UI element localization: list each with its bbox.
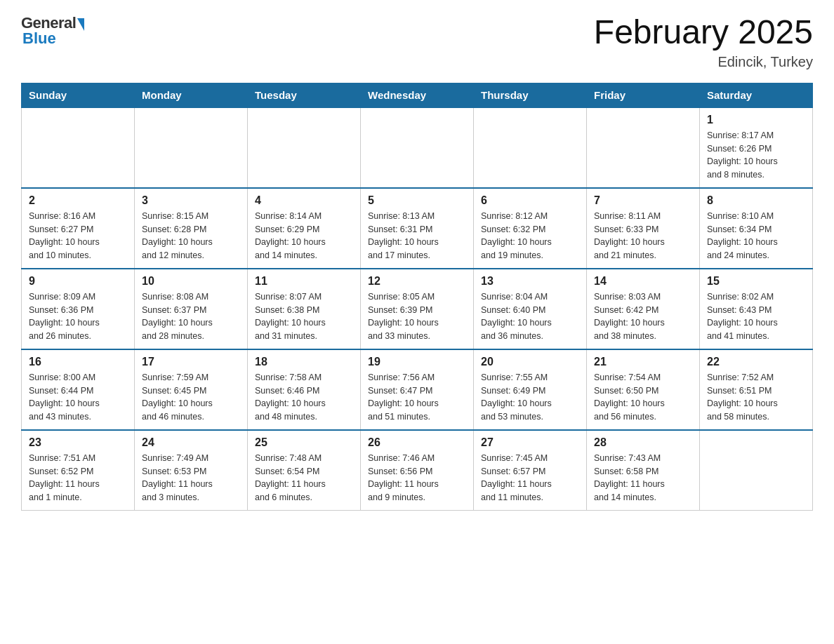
day-detail: Sunrise: 7:52 AM Sunset: 6:51 PM Dayligh… bbox=[707, 371, 805, 424]
weekday-header-thursday: Thursday bbox=[474, 83, 587, 107]
calendar-cell: 16Sunrise: 8:00 AM Sunset: 6:44 PM Dayli… bbox=[22, 349, 135, 430]
calendar-cell: 4Sunrise: 8:14 AM Sunset: 6:29 PM Daylig… bbox=[248, 188, 361, 269]
calendar-cell bbox=[587, 107, 700, 188]
day-number: 20 bbox=[481, 356, 579, 368]
day-number: 27 bbox=[481, 436, 579, 449]
calendar-cell bbox=[474, 107, 587, 188]
day-detail: Sunrise: 8:09 AM Sunset: 6:36 PM Dayligh… bbox=[29, 290, 127, 343]
week-row-2: 2Sunrise: 8:16 AM Sunset: 6:27 PM Daylig… bbox=[22, 188, 813, 269]
calendar-cell: 22Sunrise: 7:52 AM Sunset: 6:51 PM Dayli… bbox=[700, 349, 813, 430]
weekday-header-sunday: Sunday bbox=[22, 83, 135, 107]
day-number: 26 bbox=[368, 436, 466, 449]
weekday-header-friday: Friday bbox=[587, 83, 700, 107]
day-number: 23 bbox=[29, 436, 127, 449]
calendar-cell bbox=[22, 107, 135, 188]
calendar-cell: 2Sunrise: 8:16 AM Sunset: 6:27 PM Daylig… bbox=[22, 188, 135, 269]
day-number: 5 bbox=[368, 194, 466, 207]
calendar-cell: 26Sunrise: 7:46 AM Sunset: 6:56 PM Dayli… bbox=[361, 430, 474, 511]
day-detail: Sunrise: 8:17 AM Sunset: 6:26 PM Dayligh… bbox=[707, 129, 805, 182]
day-number: 11 bbox=[255, 275, 353, 288]
calendar-cell bbox=[361, 107, 474, 188]
page-header: General Blue February 2025 Edincik, Turk… bbox=[21, 14, 813, 70]
logo-blue-text: Blue bbox=[22, 29, 56, 48]
calendar-cell: 15Sunrise: 8:02 AM Sunset: 6:43 PM Dayli… bbox=[700, 269, 813, 349]
weekday-header-row: SundayMondayTuesdayWednesdayThursdayFrid… bbox=[22, 83, 813, 107]
calendar-cell: 7Sunrise: 8:11 AM Sunset: 6:33 PM Daylig… bbox=[587, 188, 700, 269]
day-detail: Sunrise: 7:55 AM Sunset: 6:49 PM Dayligh… bbox=[481, 371, 579, 424]
day-number: 19 bbox=[368, 356, 466, 368]
day-detail: Sunrise: 7:48 AM Sunset: 6:54 PM Dayligh… bbox=[255, 452, 353, 504]
day-detail: Sunrise: 8:07 AM Sunset: 6:38 PM Dayligh… bbox=[255, 290, 353, 343]
logo: General Blue bbox=[21, 14, 84, 48]
calendar-cell: 25Sunrise: 7:48 AM Sunset: 6:54 PM Dayli… bbox=[248, 430, 361, 511]
day-detail: Sunrise: 7:51 AM Sunset: 6:52 PM Dayligh… bbox=[29, 452, 127, 504]
calendar-cell: 17Sunrise: 7:59 AM Sunset: 6:45 PM Dayli… bbox=[135, 349, 248, 430]
calendar-cell: 18Sunrise: 7:58 AM Sunset: 6:46 PM Dayli… bbox=[248, 349, 361, 430]
day-detail: Sunrise: 7:49 AM Sunset: 6:53 PM Dayligh… bbox=[142, 452, 240, 504]
location-text: Edincik, Turkey bbox=[594, 54, 813, 70]
calendar-cell: 8Sunrise: 8:10 AM Sunset: 6:34 PM Daylig… bbox=[700, 188, 813, 269]
day-detail: Sunrise: 8:16 AM Sunset: 6:27 PM Dayligh… bbox=[29, 210, 127, 262]
calendar-header: SundayMondayTuesdayWednesdayThursdayFrid… bbox=[22, 83, 813, 107]
day-number: 24 bbox=[142, 436, 240, 449]
calendar-cell: 24Sunrise: 7:49 AM Sunset: 6:53 PM Dayli… bbox=[135, 430, 248, 511]
day-detail: Sunrise: 8:12 AM Sunset: 6:32 PM Dayligh… bbox=[481, 210, 579, 262]
month-title: February 2025 bbox=[594, 14, 813, 51]
calendar-cell: 14Sunrise: 8:03 AM Sunset: 6:42 PM Dayli… bbox=[587, 269, 700, 349]
day-number: 15 bbox=[707, 275, 805, 288]
day-detail: Sunrise: 8:13 AM Sunset: 6:31 PM Dayligh… bbox=[368, 210, 466, 262]
day-number: 25 bbox=[255, 436, 353, 449]
day-number: 12 bbox=[368, 275, 466, 288]
day-number: 16 bbox=[29, 356, 127, 368]
day-detail: Sunrise: 8:00 AM Sunset: 6:44 PM Dayligh… bbox=[29, 371, 127, 424]
week-row-3: 9Sunrise: 8:09 AM Sunset: 6:36 PM Daylig… bbox=[22, 269, 813, 349]
day-number: 14 bbox=[594, 275, 692, 288]
day-number: 10 bbox=[142, 275, 240, 288]
day-detail: Sunrise: 7:46 AM Sunset: 6:56 PM Dayligh… bbox=[368, 452, 466, 504]
day-detail: Sunrise: 8:04 AM Sunset: 6:40 PM Dayligh… bbox=[481, 290, 579, 343]
calendar-cell: 6Sunrise: 8:12 AM Sunset: 6:32 PM Daylig… bbox=[474, 188, 587, 269]
day-number: 2 bbox=[29, 194, 127, 207]
day-detail: Sunrise: 8:10 AM Sunset: 6:34 PM Dayligh… bbox=[707, 210, 805, 262]
calendar-body: 1Sunrise: 8:17 AM Sunset: 6:26 PM Daylig… bbox=[22, 107, 813, 511]
day-detail: Sunrise: 7:45 AM Sunset: 6:57 PM Dayligh… bbox=[481, 452, 579, 504]
calendar-cell: 20Sunrise: 7:55 AM Sunset: 6:49 PM Dayli… bbox=[474, 349, 587, 430]
calendar-cell bbox=[248, 107, 361, 188]
title-block: February 2025 Edincik, Turkey bbox=[594, 14, 813, 70]
day-number: 13 bbox=[481, 275, 579, 288]
day-detail: Sunrise: 8:02 AM Sunset: 6:43 PM Dayligh… bbox=[707, 290, 805, 343]
weekday-header-tuesday: Tuesday bbox=[248, 83, 361, 107]
calendar-cell: 28Sunrise: 7:43 AM Sunset: 6:58 PM Dayli… bbox=[587, 430, 700, 511]
calendar-cell: 21Sunrise: 7:54 AM Sunset: 6:50 PM Dayli… bbox=[587, 349, 700, 430]
calendar-cell: 5Sunrise: 8:13 AM Sunset: 6:31 PM Daylig… bbox=[361, 188, 474, 269]
calendar-cell: 3Sunrise: 8:15 AM Sunset: 6:28 PM Daylig… bbox=[135, 188, 248, 269]
day-number: 7 bbox=[594, 194, 692, 207]
day-detail: Sunrise: 8:14 AM Sunset: 6:29 PM Dayligh… bbox=[255, 210, 353, 262]
day-detail: Sunrise: 7:58 AM Sunset: 6:46 PM Dayligh… bbox=[255, 371, 353, 424]
day-detail: Sunrise: 7:56 AM Sunset: 6:47 PM Dayligh… bbox=[368, 371, 466, 424]
calendar-cell bbox=[135, 107, 248, 188]
calendar-cell: 23Sunrise: 7:51 AM Sunset: 6:52 PM Dayli… bbox=[22, 430, 135, 511]
week-row-1: 1Sunrise: 8:17 AM Sunset: 6:26 PM Daylig… bbox=[22, 107, 813, 188]
day-number: 28 bbox=[594, 436, 692, 449]
day-detail: Sunrise: 7:59 AM Sunset: 6:45 PM Dayligh… bbox=[142, 371, 240, 424]
calendar-cell bbox=[700, 430, 813, 511]
week-row-5: 23Sunrise: 7:51 AM Sunset: 6:52 PM Dayli… bbox=[22, 430, 813, 511]
calendar-cell: 9Sunrise: 8:09 AM Sunset: 6:36 PM Daylig… bbox=[22, 269, 135, 349]
day-number: 6 bbox=[481, 194, 579, 207]
day-number: 1 bbox=[707, 114, 805, 126]
weekday-header-wednesday: Wednesday bbox=[361, 83, 474, 107]
calendar-cell: 12Sunrise: 8:05 AM Sunset: 6:39 PM Dayli… bbox=[361, 269, 474, 349]
calendar-table: SundayMondayTuesdayWednesdayThursdayFrid… bbox=[21, 83, 813, 511]
calendar-cell: 1Sunrise: 8:17 AM Sunset: 6:26 PM Daylig… bbox=[700, 107, 813, 188]
day-number: 21 bbox=[594, 356, 692, 368]
logo-arrow-icon bbox=[77, 18, 84, 31]
calendar-cell: 13Sunrise: 8:04 AM Sunset: 6:40 PM Dayli… bbox=[474, 269, 587, 349]
day-detail: Sunrise: 8:03 AM Sunset: 6:42 PM Dayligh… bbox=[594, 290, 692, 343]
calendar-cell: 27Sunrise: 7:45 AM Sunset: 6:57 PM Dayli… bbox=[474, 430, 587, 511]
day-detail: Sunrise: 8:11 AM Sunset: 6:33 PM Dayligh… bbox=[594, 210, 692, 262]
day-detail: Sunrise: 8:15 AM Sunset: 6:28 PM Dayligh… bbox=[142, 210, 240, 262]
weekday-header-saturday: Saturday bbox=[700, 83, 813, 107]
day-number: 18 bbox=[255, 356, 353, 368]
day-detail: Sunrise: 8:08 AM Sunset: 6:37 PM Dayligh… bbox=[142, 290, 240, 343]
